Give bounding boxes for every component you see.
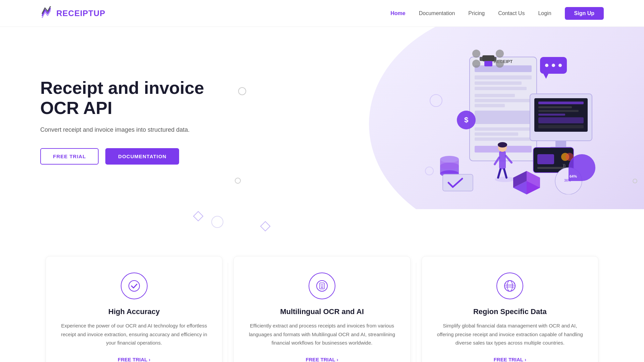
svg-rect-3 bbox=[475, 65, 532, 72]
nav-pricing[interactable]: Pricing bbox=[468, 10, 485, 16]
svg-rect-5 bbox=[475, 75, 532, 79]
svg-rect-27 bbox=[538, 106, 572, 108]
feature-divider-1 bbox=[228, 263, 228, 362]
logo-text: RECEIPTUP bbox=[56, 9, 105, 18]
globe-icon bbox=[504, 280, 516, 292]
svg-point-50 bbox=[472, 60, 480, 68]
svg-point-48 bbox=[472, 50, 480, 58]
hero-subtitle: Convert receipt and invoice images into … bbox=[40, 125, 228, 135]
svg-rect-32 bbox=[555, 141, 566, 147]
svg-point-19 bbox=[498, 142, 507, 147]
scrollbar-indicator[interactable] bbox=[633, 179, 637, 183]
region-icon-circle bbox=[496, 273, 523, 299]
svg-rect-35 bbox=[537, 154, 554, 164]
free-trial-button[interactable]: FREE TRIAL bbox=[40, 148, 99, 165]
svg-rect-12 bbox=[475, 127, 532, 131]
features-section: High Accuracy Experience the power of ou… bbox=[0, 236, 644, 362]
feature-divider-2 bbox=[416, 263, 416, 362]
nav-login[interactable]: Login bbox=[538, 10, 551, 16]
svg-text:64%: 64% bbox=[570, 174, 577, 178]
svg-point-49 bbox=[496, 50, 504, 58]
svg-rect-29 bbox=[538, 114, 565, 116]
hero-buttons: FREE TRIAL DOCUMENTATION bbox=[40, 148, 228, 165]
feature-title-multilingual: Multilingual OCR and AI bbox=[280, 307, 364, 316]
hero-illustration: RECEIPT bbox=[409, 47, 604, 196]
svg-marker-62 bbox=[527, 171, 540, 194]
svg-point-0 bbox=[430, 95, 442, 107]
nav-home[interactable]: Home bbox=[390, 10, 405, 16]
svg-rect-30 bbox=[538, 117, 584, 123]
logo-icon bbox=[40, 6, 54, 21]
hero-section: Receipt and invoice OCR API Convert rece… bbox=[0, 27, 644, 209]
feature-title-high-accuracy: High Accuracy bbox=[108, 307, 160, 316]
svg-rect-31 bbox=[538, 125, 584, 128]
svg-rect-52 bbox=[482, 55, 494, 61]
svg-point-57 bbox=[558, 64, 562, 67]
svg-point-66 bbox=[129, 281, 140, 291]
multilingual-icon-circle: AI bbox=[309, 273, 335, 299]
feature-desc-region: Simplify global financial data managemen… bbox=[435, 321, 585, 347]
deco-diamond-1 bbox=[193, 211, 203, 221]
svg-rect-7 bbox=[475, 87, 527, 90]
svg-rect-6 bbox=[475, 81, 522, 85]
documentation-button[interactable]: DOCUMENTATION bbox=[105, 148, 179, 165]
svg-rect-9 bbox=[475, 99, 532, 102]
feature-link-multilingual[interactable]: FREE TRIAL › bbox=[306, 357, 338, 362]
svg-line-22 bbox=[498, 169, 500, 178]
feature-title-region: Region Specific Data bbox=[473, 307, 547, 316]
svg-point-56 bbox=[552, 64, 555, 67]
deco-section bbox=[0, 209, 644, 236]
feature-link-region[interactable]: FREE TRIAL › bbox=[494, 357, 526, 362]
svg-point-1 bbox=[425, 167, 433, 175]
deco-circle-1 bbox=[238, 87, 246, 95]
svg-marker-58 bbox=[543, 74, 548, 79]
deco-circle-2 bbox=[235, 178, 241, 184]
hero-content: Receipt and invoice OCR API Convert rece… bbox=[40, 78, 228, 164]
svg-rect-53 bbox=[484, 61, 492, 66]
svg-text:$: $ bbox=[464, 116, 468, 124]
svg-text:36%: 36% bbox=[564, 179, 571, 182]
svg-rect-28 bbox=[538, 110, 579, 112]
logo-name-part2: UP bbox=[94, 9, 105, 18]
svg-rect-13 bbox=[475, 132, 518, 136]
feature-link-high-accuracy[interactable]: FREE TRIAL › bbox=[118, 357, 150, 362]
checkmark-icon bbox=[128, 280, 140, 292]
navbar: RECEIPTUP Home Documentation Pricing Con… bbox=[0, 0, 644, 27]
nav-signup-button[interactable]: Sign Up bbox=[565, 7, 604, 20]
svg-text:)): )) bbox=[563, 163, 566, 168]
nav-documentation[interactable]: Documentation bbox=[419, 10, 455, 16]
feature-desc-high-accuracy: Experience the power of our OCR and AI t… bbox=[59, 321, 209, 347]
svg-rect-26 bbox=[538, 102, 584, 104]
logo-name-part1: RECEIPT bbox=[56, 9, 94, 18]
svg-line-23 bbox=[504, 169, 506, 178]
feature-desc-multilingual: Efficiently extract and process receipts… bbox=[247, 321, 396, 347]
feature-card-multilingual: AI Multilingual OCR and AI Efficiently e… bbox=[233, 256, 410, 362]
deco-circle-3 bbox=[211, 216, 223, 228]
svg-rect-10 bbox=[475, 104, 505, 107]
svg-point-55 bbox=[545, 64, 548, 67]
hero-title: Receipt and invoice OCR API bbox=[40, 78, 228, 118]
svg-text:AI: AI bbox=[321, 286, 323, 289]
svg-rect-14 bbox=[475, 137, 532, 141]
ai-doc-icon: AI bbox=[316, 280, 328, 292]
deco-diamond-2 bbox=[260, 221, 270, 231]
feature-card-region: Region Specific Data Simplify global fin… bbox=[422, 256, 598, 362]
svg-rect-17 bbox=[499, 151, 506, 169]
nav-contact[interactable]: Contact Us bbox=[498, 10, 525, 16]
svg-rect-11 bbox=[475, 111, 532, 124]
logo[interactable]: RECEIPTUP bbox=[40, 6, 105, 21]
svg-point-51 bbox=[496, 60, 504, 68]
nav-links: Home Documentation Pricing Contact Us Lo… bbox=[390, 7, 604, 20]
svg-rect-36 bbox=[537, 167, 564, 169]
feature-card-high-accuracy: High Accuracy Experience the power of ou… bbox=[46, 256, 222, 362]
high-accuracy-icon-circle bbox=[121, 273, 148, 299]
svg-point-44 bbox=[440, 156, 459, 163]
svg-rect-8 bbox=[475, 94, 515, 97]
